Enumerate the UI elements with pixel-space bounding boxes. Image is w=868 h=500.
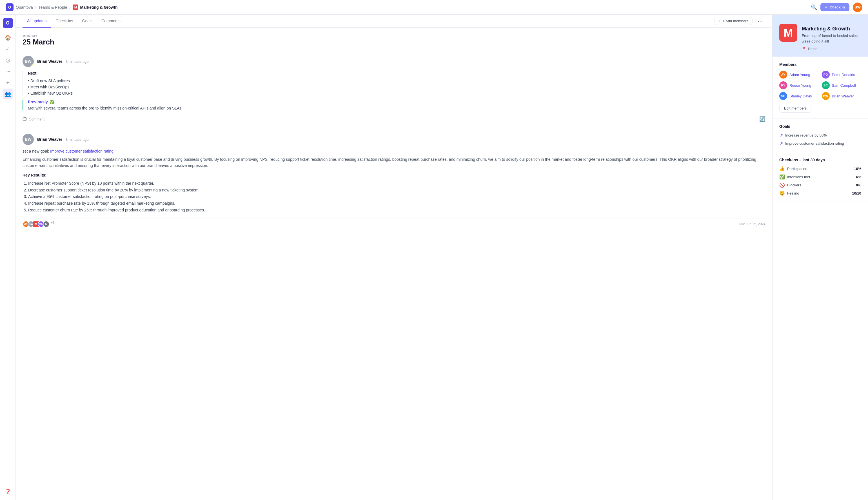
- goals-list: ↗ Increase revenue by 50% ↗ Improve cust…: [779, 133, 861, 146]
- kr-3: Achieve a 95% customer satisfaction rati…: [28, 193, 766, 200]
- user-avatar[interactable]: BW: [853, 2, 863, 12]
- post-author-1: Brian Weaver: [37, 59, 62, 64]
- goal-item-1[interactable]: ↗ Increase revenue by 50%: [779, 133, 861, 138]
- member-name-bw[interactable]: Brian Weaver: [832, 94, 854, 98]
- member-avatar-pd: PD: [822, 71, 830, 79]
- team-info: Marketing & Growth From top-of-funnel to…: [802, 24, 861, 51]
- kr-2: Decrease customer support ticket resolut…: [28, 187, 766, 194]
- member-name-sc[interactable]: Sam Campbell: [832, 83, 856, 88]
- breadcrumb-sep-1: /: [35, 5, 36, 10]
- member-brian-weaver[interactable]: BW Brian Weaver: [822, 92, 861, 100]
- sidebar: Q 🏠 ✓ ◎ 〜 ✦ 👥 ❓: [0, 15, 16, 500]
- team-header: M Marketing & Growth From top-of-funnel …: [773, 15, 868, 57]
- sidebar-sparkle-icon[interactable]: ✦: [3, 78, 13, 88]
- feeling-icon: 😊: [779, 191, 785, 196]
- next-item-3: Establish new Q2 OKRs: [28, 90, 766, 96]
- kr-5: Reduce customer churn rate by 25% throug…: [28, 207, 766, 214]
- comment-icon-1: 💬: [23, 117, 27, 121]
- members-title: Members: [779, 62, 861, 67]
- next-item-1: Draft new SLA policies: [28, 78, 766, 84]
- goal-item-2[interactable]: ↗ Improve customer satisfaction rating: [779, 141, 861, 146]
- participation-label: Participation: [787, 167, 808, 171]
- feed-area: All updates Check-ins Goals Comments + +…: [16, 15, 772, 500]
- goal-footer: AY BW M MD D +1 Due Jun 25, 2024: [23, 218, 766, 227]
- post-meta-1: Brian Weaver 3 minutes ago: [37, 59, 766, 64]
- edit-members-button[interactable]: Edit members: [779, 104, 811, 113]
- previously-section: Previously ✅ Met with several teams acro…: [23, 100, 766, 110]
- post-time-1: 3 minutes ago: [66, 59, 89, 64]
- goal-title-row: set a new goal: Improve customer satisfa…: [23, 149, 766, 154]
- post-header-1: BW 🌟 Brian Weaver 3 minutes ago: [23, 56, 766, 67]
- sidebar-teams-icon[interactable]: 👥: [3, 89, 13, 99]
- breadcrumb-current: M Marketing & Growth: [73, 4, 117, 10]
- kr-4: Increase repeat purchase rate by 15% thr…: [28, 200, 766, 207]
- member-peter-donalds[interactable]: PD Peter Donalds: [822, 71, 861, 79]
- plus-icon: +: [719, 19, 721, 23]
- sidebar-check-icon[interactable]: ✓: [3, 44, 13, 54]
- post-author-2: Brian Weaver: [37, 137, 62, 141]
- checkins-section: Check-ins – last 30 days 👍 Participation…: [773, 152, 868, 202]
- tab-goals[interactable]: Goals: [78, 15, 97, 27]
- more-options-button[interactable]: ⋯: [755, 16, 766, 26]
- stat-feeling: 😊 Feeling 10/10: [779, 191, 861, 196]
- member-reese-young[interactable]: RY Reese Young: [779, 81, 819, 89]
- goal-arrow-icon-1: ↗: [779, 133, 783, 138]
- breadcrumb-teams[interactable]: Teams & People: [38, 5, 67, 10]
- post-time-2: 8 minutes ago: [66, 137, 89, 141]
- member-avatar-ry: RY: [779, 81, 787, 89]
- intentions-value: 6%: [856, 175, 861, 179]
- goal-plus-count: +1: [51, 221, 55, 227]
- tab-comments[interactable]: Comments: [97, 15, 125, 27]
- breadcrumb-root[interactable]: Quantova: [16, 5, 33, 10]
- member-sam-campbell[interactable]: SC Sam Campbell: [822, 81, 861, 89]
- reaction-button-1[interactable]: 🔄: [759, 116, 766, 122]
- participation-value: 16%: [854, 167, 861, 171]
- search-icon[interactable]: 🔍: [811, 4, 817, 10]
- tab-all-updates[interactable]: All updates: [23, 15, 51, 27]
- member-name-sd[interactable]: Stanley Davis: [789, 94, 812, 98]
- date-text: 25 March: [23, 38, 766, 46]
- member-adam-young[interactable]: AY Adam Young: [779, 71, 819, 79]
- goal-link[interactable]: Improve customer satisfaction rating: [50, 149, 113, 154]
- checkin-button[interactable]: ✓ Check in: [820, 3, 849, 11]
- stat-participation: 👍 Participation 16%: [779, 166, 861, 171]
- comment-button-1[interactable]: 💬 Comment: [23, 117, 45, 121]
- member-name-ry[interactable]: Reese Young: [789, 83, 811, 88]
- previously-text: Met with several teams across the org to…: [28, 106, 766, 110]
- day-label: MONDAY: [23, 34, 766, 38]
- app-logo: Q: [5, 3, 13, 11]
- breadcrumb-sep-2: /: [70, 5, 71, 10]
- right-sidebar: M Marketing & Growth From top-of-funnel …: [772, 15, 868, 500]
- team-name: Marketing & Growth: [802, 26, 861, 32]
- participation-icon: 👍: [779, 166, 785, 171]
- key-results-list: Increase Net Promoter Score (NPS) by 10 …: [23, 180, 766, 214]
- member-avatar-sc: SC: [822, 81, 830, 89]
- post-header-2: BW Brian Weaver 8 minutes ago: [23, 134, 766, 145]
- previously-label: Previously ✅: [28, 100, 766, 104]
- member-stanley-davis[interactable]: SD Stanley Davis: [779, 92, 819, 100]
- breadcrumb: Quantova / Teams & People / M Marketing …: [16, 4, 117, 10]
- goal-content: set a new goal: Improve customer satisfa…: [23, 149, 766, 227]
- sidebar-home-icon[interactable]: 🏠: [3, 33, 13, 43]
- checkin-content: Next Draft new SLA policies Meet with De…: [23, 71, 766, 96]
- sidebar-help-icon[interactable]: ❓: [3, 487, 13, 497]
- tab-check-ins[interactable]: Check-ins: [51, 15, 77, 27]
- kr-1: Increase Net Promoter Score (NPS) by 10 …: [28, 180, 766, 187]
- next-item-2: Meet with DevSecOps: [28, 84, 766, 90]
- tab-bar: All updates Check-ins Goals Comments + +…: [16, 15, 772, 27]
- member-name-ay[interactable]: Adam Young: [789, 73, 810, 77]
- checkin-check-icon: ✓: [825, 5, 828, 9]
- topnav: Q Quantova / Teams & People / M Marketin…: [0, 0, 868, 15]
- previously-check-icon: ✅: [49, 100, 54, 104]
- add-members-button[interactable]: + + Add members: [714, 17, 753, 25]
- goals-section-title: Goals: [779, 124, 861, 129]
- member-name-pd[interactable]: Peter Donalds: [832, 73, 855, 77]
- stat-blockers: 🚫 Blockers 0%: [779, 182, 861, 188]
- tab-actions: + + Add members ⋯: [714, 16, 766, 26]
- team-location: 📍 Berlin: [802, 47, 861, 51]
- member-avatar-bw: BW: [822, 92, 830, 100]
- date-header: MONDAY 25 March: [23, 27, 766, 50]
- goal-assigned-avatars: AY BW M MD D +1: [23, 221, 55, 227]
- sidebar-activity-icon[interactable]: 〜: [3, 66, 13, 77]
- sidebar-target-icon[interactable]: ◎: [3, 55, 13, 65]
